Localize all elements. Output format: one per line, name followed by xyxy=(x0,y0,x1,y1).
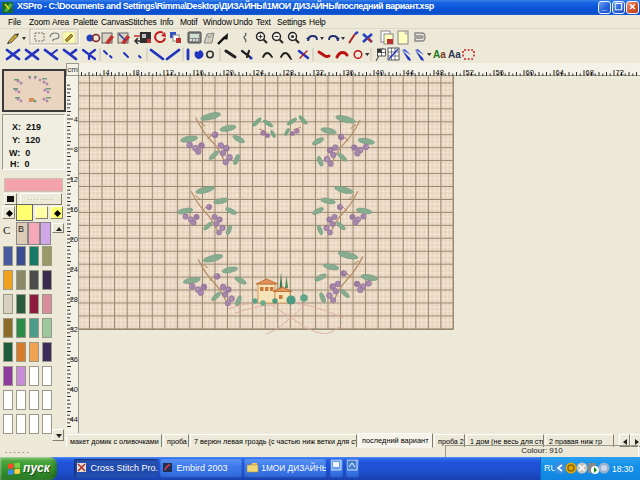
svg-text:32: 32 xyxy=(70,325,78,334)
svg-text:Aa: Aa xyxy=(433,49,446,60)
svg-text:16: 16 xyxy=(70,205,78,214)
svg-text:40: 40 xyxy=(70,385,78,394)
svg-text:44: 44 xyxy=(70,415,78,424)
svg-text:28: 28 xyxy=(70,295,78,304)
svg-text:12: 12 xyxy=(70,175,78,184)
svg-text:24: 24 xyxy=(70,265,78,274)
svg-text:Aa: Aa xyxy=(448,49,461,60)
svg-text:8: 8 xyxy=(74,145,78,154)
svg-text:20: 20 xyxy=(70,235,78,244)
svg-text:36: 36 xyxy=(70,355,78,364)
svg-text:4: 4 xyxy=(74,115,78,124)
